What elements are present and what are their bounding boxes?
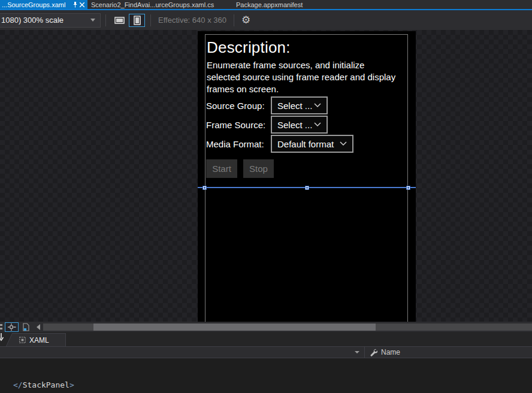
stop-button[interactable]: Stop	[243, 159, 274, 178]
pin-icon[interactable]	[71, 1, 78, 8]
stackpanel-outline[interactable]: Description: Enumerate frame sources, an…	[205, 34, 408, 322]
collapse-pane-arrow-icon[interactable]	[0, 333, 5, 342]
xaml-document-icon	[19, 337, 26, 343]
xaml-pane-tabstrip: XAML	[0, 332, 532, 346]
chevron-down-icon	[340, 141, 347, 146]
combobox-value: Select ...	[277, 101, 312, 111]
document-binding-icon	[22, 323, 30, 331]
clipped-tool-icon[interactable]	[0, 324, 2, 331]
triangle-left-icon	[37, 324, 40, 330]
selection-handle-center[interactable]	[305, 186, 309, 190]
wrench-icon	[370, 349, 377, 356]
frame-source-row: Frame Source: Select ...	[206, 116, 401, 134]
xaml-code-editor[interactable]: </StackPanel> <Image Name="PreviewImage"…	[0, 358, 532, 393]
tab-package-appxmanifest[interactable]: Package.appxmanifest	[234, 0, 324, 9]
xaml-editor-tab[interactable]: XAML	[14, 333, 66, 346]
media-format-label: Media Format:	[206, 139, 271, 149]
combobox-value: Select ...	[277, 120, 312, 130]
portrait-icon	[134, 16, 141, 25]
source-group-row: Source Group: Select ...	[206, 96, 401, 114]
chevron-down-icon	[355, 351, 359, 353]
code-line[interactable]: </StackPanel>	[13, 380, 532, 390]
element-dropdown[interactable]	[0, 347, 364, 358]
description-heading: Description:	[206, 38, 401, 57]
start-button[interactable]: Start	[206, 159, 237, 178]
tab-label: Scenario2_FindAvai...urceGroups.xaml.cs	[91, 1, 214, 8]
chevron-down-icon	[314, 122, 321, 127]
frame-source-label: Frame Source:	[206, 120, 271, 130]
selection-handle-right[interactable]	[406, 186, 410, 190]
effective-resolution-label: Effective: 640 x 360	[156, 16, 229, 25]
toolbar-separator	[234, 14, 234, 26]
gear-icon[interactable]: ⚙	[241, 15, 250, 25]
tab-sourcegroups-xaml[interactable]: ...SourceGroups.xaml	[0, 0, 87, 9]
description-text: Enumerate frame sources, and initialize …	[206, 59, 399, 95]
code-lines: </StackPanel> <Image Name="PreviewImage"…	[13, 380, 532, 393]
crosshair-icon	[8, 324, 16, 331]
portrait-orientation-button[interactable]	[129, 14, 145, 27]
design-surface: Description: Enumerate frame sources, an…	[0, 30, 532, 322]
scrollbar-left-button[interactable]	[34, 323, 43, 331]
start-stop-row: Start Stop	[206, 159, 401, 178]
tab-label: Package.appxmanifest	[236, 1, 303, 8]
landscape-orientation-button[interactable]	[111, 14, 128, 27]
designer-toolbar: 1080) 300% scale Effective: 640 x 360 ⚙	[0, 10, 532, 30]
media-format-row: Media Format: Default format	[206, 135, 401, 153]
name-search-box[interactable]: Name	[365, 347, 532, 358]
chevron-down-icon	[314, 103, 321, 108]
toolbar-separator	[150, 14, 151, 26]
pan-tool-button[interactable]	[5, 322, 19, 332]
scrollbar-thumb[interactable]	[93, 324, 376, 331]
landscape-icon	[114, 17, 125, 24]
xaml-navigation-bar: Name	[0, 346, 532, 358]
tab-scenario2-cs[interactable]: Scenario2_FindAvai...urceGroups.xaml.cs	[87, 0, 234, 9]
binding-tool-button[interactable]	[19, 322, 32, 332]
source-group-label: Source Group:	[206, 101, 271, 111]
source-group-combobox[interactable]: Select ...	[271, 96, 328, 114]
selection-handle-left[interactable]	[202, 186, 207, 190]
zoom-scale-combobox[interactable]: 1080) 300% scale	[0, 13, 101, 28]
zoom-scale-value: 1080) 300% scale	[1, 16, 64, 25]
name-placeholder: Name	[381, 348, 400, 356]
designer-bottom-strip	[0, 322, 532, 332]
close-icon[interactable]	[78, 1, 86, 8]
media-format-combobox[interactable]: Default format	[271, 135, 353, 153]
chevron-down-icon	[90, 19, 95, 22]
combobox-value: Default format	[277, 139, 334, 149]
frame-source-combobox[interactable]: Select ...	[271, 116, 328, 134]
toolbar-separator	[105, 14, 106, 26]
code-line[interactable]	[13, 390, 532, 393]
phone-artboard[interactable]: Description: Enumerate frame sources, an…	[198, 31, 416, 322]
horizontal-scrollbar[interactable]	[43, 324, 532, 331]
document-tabbar: ...SourceGroups.xaml Scenario2_FindAvai.…	[0, 0, 532, 9]
tab-label: ...SourceGroups.xaml	[2, 1, 71, 8]
xaml-tab-label: XAML	[29, 336, 49, 344]
